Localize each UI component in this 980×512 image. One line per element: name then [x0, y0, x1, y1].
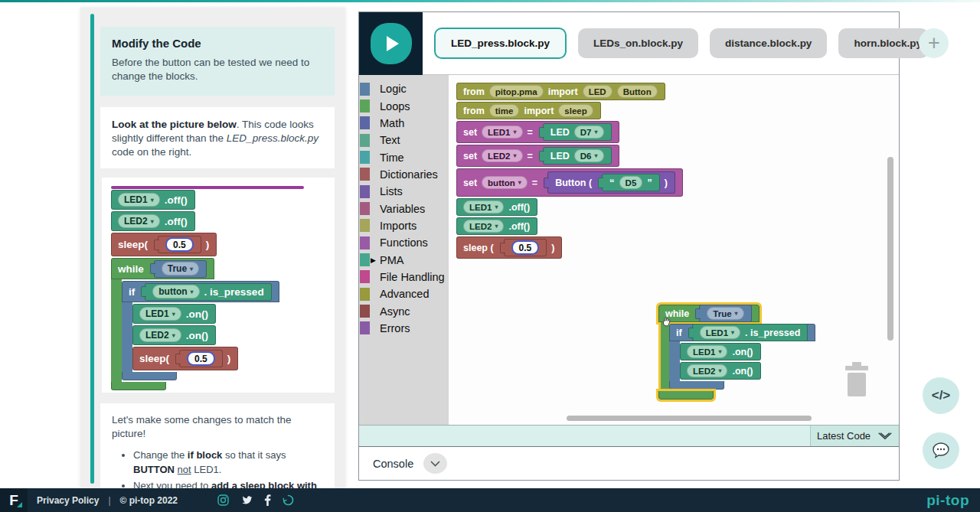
category-color-swatch [360, 99, 370, 113]
category-color-swatch [360, 253, 370, 266]
tab-led-press[interactable]: LED_press.block.py [434, 28, 567, 59]
console-toggle-button[interactable] [423, 453, 447, 474]
block-import-pitop[interactable]: from pitop.pma import LED Button [456, 83, 665, 100]
chevron-down-icon [430, 461, 440, 467]
changes-box: Let's make some changes to match the pic… [100, 403, 335, 488]
category-color-swatch [360, 219, 370, 232]
chat-bubble-icon [931, 442, 951, 460]
latest-code-toggle[interactable]: Latest Code [810, 426, 899, 446]
add-file-button[interactable]: + [919, 28, 949, 58]
play-icon [387, 36, 399, 51]
category-color-swatch [360, 83, 370, 96]
dropdown-caret-icon: ▾ [151, 218, 154, 225]
picture-block-led2-off: LED2▾ .off() [111, 211, 195, 231]
category-file-handling[interactable]: File Handling [359, 269, 449, 285]
console-bar: Console [359, 446, 899, 480]
category-pma[interactable]: ▶PMA [359, 251, 449, 268]
block-set-led1[interactable]: set LED1▾ = LEDD7▾ [456, 121, 619, 143]
block-led1-off[interactable]: LED1▾ .off() [456, 198, 537, 216]
dropdown-caret-icon: ▾ [172, 311, 175, 318]
while-head[interactable]: while True▾ [658, 305, 760, 322]
code-picture: LED1▾ .off() LED2▾ .off() sleep( 0.5 ) w… [102, 178, 335, 393]
code-view-toggle-button[interactable]: </> [923, 377, 959, 414]
latest-code-bar: Latest Code [359, 425, 899, 446]
category-color-swatch [360, 134, 370, 147]
block-set-led2[interactable]: set LED2▾ = LEDD6▾ [456, 145, 619, 167]
while-foot [658, 391, 714, 399]
facebook-icon[interactable] [264, 494, 271, 506]
dropdown-caret-icon: ▾ [595, 152, 598, 159]
category-async[interactable]: Async [359, 302, 449, 319]
vertical-scrollbar[interactable] [887, 157, 893, 341]
instagram-icon[interactable] [217, 494, 229, 506]
category-math[interactable]: Math [359, 115, 449, 132]
tab-leds-on[interactable]: LEDs_on.block.py [578, 28, 698, 58]
category-variables[interactable]: Variables [359, 200, 449, 217]
category-color-swatch [360, 168, 370, 181]
block-workspace[interactable]: from pitop.pma import LED Button from ti… [449, 75, 899, 425]
block-string-d5[interactable]: “D5” [602, 174, 660, 191]
changes-intro: Let's make some changes to match the pic… [112, 413, 323, 441]
block-is-pressed-condition[interactable]: LED1▾. is_pressed [692, 324, 808, 341]
picture-block-led1-on: LED1▾ .on() [132, 304, 216, 324]
category-color-swatch [360, 151, 370, 164]
further-logo[interactable]: F [0, 488, 28, 512]
block-led2-off[interactable]: LED2▾ .off() [456, 217, 537, 235]
category-color-swatch [360, 321, 370, 334]
picture-block-led1-off: LED1▾ .off() [111, 190, 195, 210]
block-led-d6[interactable]: LEDD6▾ [543, 147, 612, 165]
block-import-time[interactable]: from time import sleep [456, 102, 601, 119]
category-functions[interactable]: Functions [359, 234, 449, 251]
tab-distance[interactable]: distance.block.py [710, 28, 827, 58]
privacy-policy-link[interactable]: Privacy Policy [37, 495, 99, 506]
instruction-panel: Modify the Code Before the button can be… [80, 8, 345, 488]
block-if[interactable]: if LED1▾. is_pressed LED1▾ .on() [669, 324, 815, 390]
category-advanced[interactable]: Advanced [359, 285, 449, 302]
category-color-swatch [360, 270, 370, 283]
category-color-swatch [360, 185, 370, 198]
selected-category-arrow-icon: ▶ [371, 256, 376, 264]
dropdown-caret-icon: ▾ [495, 204, 498, 210]
category-logic[interactable]: Logic [359, 80, 449, 97]
picture-while-head: while True▾ [111, 258, 214, 279]
category-time[interactable]: Time [359, 148, 449, 165]
change-item-1: Change the if block so that it says BUTT… [133, 448, 323, 478]
dropdown-caret-icon: ▾ [513, 152, 516, 159]
block-while-loop-selected[interactable]: while True▾ if LED1▾. is_pressed [658, 305, 815, 399]
block-true[interactable]: True▾ [699, 305, 751, 322]
category-lists[interactable]: Lists [359, 183, 449, 200]
category-dictionaries[interactable]: Dictionaries [359, 166, 449, 183]
picture-while-column [111, 279, 122, 382]
dropdown-caret-icon: ▾ [513, 129, 516, 135]
chat-help-button[interactable] [923, 432, 959, 469]
if-column [669, 341, 680, 381]
dropdown-caret-icon: ▾ [191, 289, 194, 295]
run-button[interactable] [359, 12, 423, 75]
block-led1-on[interactable]: LED1▾ .on() [680, 343, 761, 360]
block-led2-on[interactable]: LED2▾ .on() [680, 362, 761, 380]
category-text[interactable]: Text [359, 132, 449, 148]
tab-horn[interactable]: horn.block.py [838, 28, 929, 58]
code-icon: </> [932, 388, 951, 403]
dropdown-caret-icon: ▾ [735, 310, 738, 317]
trash-icon[interactable] [842, 361, 871, 401]
double-chevron-down-icon [877, 431, 893, 442]
further-swirl-icon[interactable] [283, 494, 294, 506]
block-set-button[interactable]: set button▾ = Button ( “D5” ) [456, 168, 683, 197]
category-imports[interactable]: Imports [359, 217, 449, 234]
twitter-icon[interactable] [240, 495, 253, 505]
footer-separator: | [108, 495, 110, 506]
block-sleep[interactable]: sleep ( 0.5 ) [456, 236, 562, 259]
block-toolbox: Logic Loops Math Text Time Dictionaries … [359, 75, 449, 425]
open-quote-icon: “ [609, 177, 615, 188]
category-loops[interactable]: Loops [359, 97, 449, 114]
if-head[interactable]: if LED1▾. is_pressed [669, 324, 815, 341]
dropdown-caret-icon: ▾ [718, 367, 721, 374]
category-errors[interactable]: Errors [359, 320, 449, 337]
block-led-d7[interactable]: LEDD7▾ [543, 123, 612, 141]
block-button-constructor[interactable]: Button ( “D5” ) [547, 171, 675, 194]
note-box: Look at the picture below. This code loo… [100, 107, 335, 168]
step-body: Before the button can be tested we need … [112, 56, 323, 83]
horizontal-scrollbar[interactable] [567, 416, 812, 421]
top-accent-line [0, 0, 980, 2]
